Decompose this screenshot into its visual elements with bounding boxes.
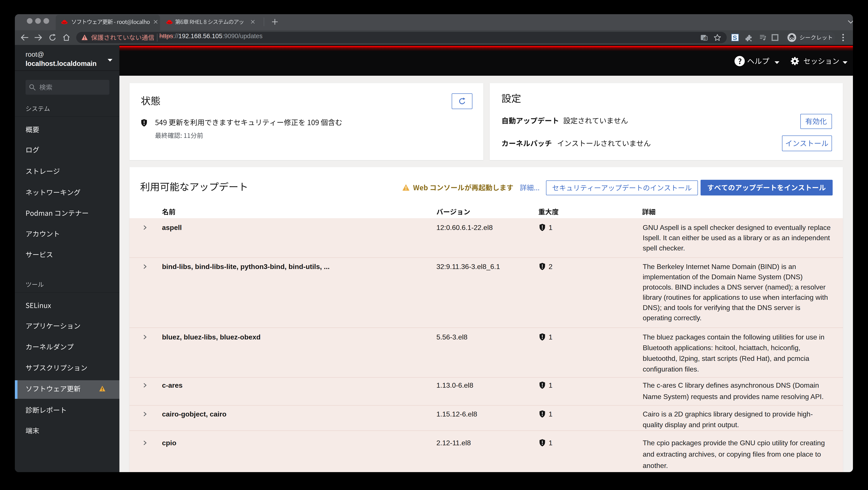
svg-text:S: S: [733, 34, 737, 41]
svg-text:g: g: [704, 37, 705, 40]
